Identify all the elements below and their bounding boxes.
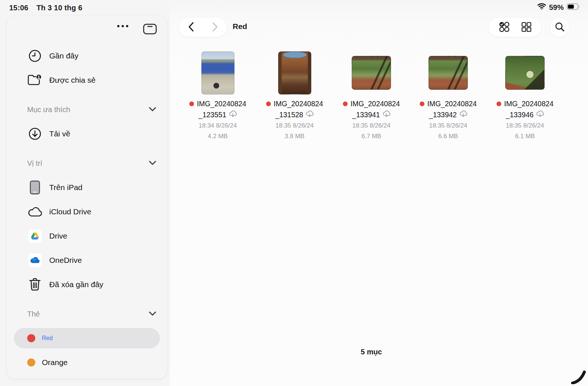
file-size: 6.6 MB <box>438 131 458 142</box>
ellipsis-icon <box>116 24 129 29</box>
ipad-icon <box>27 180 43 195</box>
sidebar-toggle-icon <box>143 24 157 36</box>
battery-percent: 59% <box>549 3 564 12</box>
sidebar-item-label: Orange <box>42 358 68 367</box>
photo-thumbnail <box>429 56 468 90</box>
trash-icon <box>27 277 43 292</box>
orange-tag-dot-icon <box>27 358 35 367</box>
chevron-left-icon <box>188 22 194 33</box>
toggle-sidebar-button[interactable] <box>142 23 158 36</box>
sidebar-item-recents[interactable]: Gần đây <box>7 44 167 68</box>
download-circle-icon <box>27 126 43 142</box>
red-tag-dot-icon <box>189 101 194 106</box>
nav-history-pill <box>179 18 227 37</box>
sidebar-item-downloads[interactable]: Tải về <box>7 122 167 146</box>
file-name-line1: IMG_20240824 <box>197 98 246 109</box>
thumbnail-box <box>352 51 391 95</box>
file-name-line1: IMG_20240824 <box>351 98 400 109</box>
file-date: 18:35 8/26/24 <box>429 120 467 131</box>
toolbar-pill <box>489 18 541 37</box>
sidebar-item-label: Gần đây <box>49 51 78 60</box>
file-date: 18:35 8/26/24 <box>352 120 391 131</box>
photo-thumbnail <box>352 56 391 90</box>
file-name-line1: IMG_20240824 <box>274 98 323 109</box>
sidebar-item-label: Đã xóa gần đây <box>49 280 103 289</box>
sidebar-item-label: Được chia sẻ <box>49 76 96 85</box>
page-title: Red <box>233 22 247 31</box>
shared-folder-icon <box>27 72 43 88</box>
thumbnail-box <box>278 51 311 95</box>
file-name-line2: _133942 <box>429 109 457 120</box>
file-date: 18:34 8/26/24 <box>199 120 237 131</box>
chevron-down-icon <box>149 160 156 167</box>
sidebar-header <box>7 15 167 44</box>
view-options-button[interactable] <box>520 20 533 35</box>
sidebar: Gần đây Được chia sẻ Mục ưa thích Tải về… <box>7 15 167 379</box>
icloud-icon <box>27 204 43 219</box>
more-options-button[interactable] <box>116 23 130 30</box>
photo-thumbnail <box>505 56 545 90</box>
photo-thumbnail <box>201 51 234 94</box>
file-date: 18:35 8/26/24 <box>506 120 544 131</box>
file-name-line2: _133946 <box>506 109 534 120</box>
file-size: 6.1 MB <box>515 131 535 142</box>
file-size: 3.8 MB <box>285 131 305 142</box>
file-name-line1: IMG_20240824 <box>504 98 553 109</box>
file-item[interactable]: IMG_20240824 _131528 18:35 8/26/24 3.8 M… <box>256 51 333 142</box>
photo-thumbnail <box>278 51 311 94</box>
clock-icon <box>27 48 43 64</box>
file-grid: IMG_20240824 _123551 18:34 8/26/24 4.2 M… <box>179 51 563 142</box>
status-date: Th 3 10 thg 6 <box>36 4 82 12</box>
file-item[interactable]: IMG_20240824 _133941 18:35 8/26/24 6.7 M… <box>333 51 410 142</box>
onedrive-icon <box>27 253 43 268</box>
sidebar-item-label: Red <box>42 335 53 342</box>
sidebar-item-tag-red[interactable]: Red <box>14 328 160 349</box>
status-bar: 15:06 Th 3 10 thg 6 59% <box>0 0 588 16</box>
sidebar-item-shared[interactable]: Được chia sẻ <box>7 68 167 92</box>
chevron-right-icon <box>212 22 218 33</box>
sidebar-item-label: Drive <box>49 232 67 240</box>
sidebar-item-google-drive[interactable]: Drive <box>7 224 167 248</box>
red-tag-dot-icon <box>343 101 348 106</box>
icloud-download-icon <box>305 109 314 120</box>
battery-icon <box>567 3 580 12</box>
section-title: Thẻ <box>27 310 40 318</box>
thumbnail-box <box>505 51 545 95</box>
icloud-download-icon <box>229 109 237 120</box>
chevron-down-icon <box>149 106 156 113</box>
file-item[interactable]: IMG_20240824 _133946 18:35 8/26/24 6.1 M… <box>487 51 563 142</box>
section-tags[interactable]: Thẻ <box>7 302 167 326</box>
thumbnail-box <box>429 51 468 95</box>
section-locations[interactable]: Vị trí <box>7 151 167 175</box>
sidebar-item-onedrive[interactable]: OneDrive <box>7 248 167 272</box>
icloud-download-icon <box>536 109 544 120</box>
red-tag-dot-icon <box>27 334 35 342</box>
file-name-line2: _133941 <box>352 109 380 120</box>
sidebar-item-on-ipad[interactable]: Trên iPad <box>7 175 167 200</box>
section-favorites[interactable]: Mục ưa thích <box>7 97 167 122</box>
status-time: 15:06 <box>9 4 28 12</box>
forward-button[interactable] <box>211 21 219 33</box>
search-icon <box>555 22 565 33</box>
file-name-line1: IMG_20240824 <box>427 98 477 109</box>
wifi-icon <box>537 3 546 12</box>
item-count: 5 mục <box>179 348 563 356</box>
sidebar-item-label: iCloud Drive <box>49 207 91 216</box>
sidebar-item-tag-orange[interactable]: Orange <box>7 350 167 375</box>
red-tag-dot-icon <box>496 101 501 106</box>
sidebar-item-icloud-drive[interactable]: iCloud Drive <box>7 200 167 224</box>
file-item[interactable]: IMG_20240824 _123551 18:34 8/26/24 4.2 M… <box>179 51 256 142</box>
select-items-button[interactable] <box>497 20 511 35</box>
file-name-line2: _123551 <box>198 109 226 120</box>
red-tag-dot-icon <box>266 101 271 106</box>
loading-arc <box>560 358 586 386</box>
back-button[interactable] <box>187 21 195 33</box>
icloud-download-icon <box>459 109 467 120</box>
sidebar-item-recently-deleted[interactable]: Đã xóa gần đây <box>7 272 167 297</box>
chevron-down-icon <box>149 311 156 317</box>
file-item[interactable]: IMG_20240824 _133942 18:35 8/26/24 6.6 M… <box>410 51 487 142</box>
file-size: 6.7 MB <box>362 131 381 142</box>
sidebar-item-label: Tải về <box>49 129 70 138</box>
grid-view-icon <box>520 21 532 34</box>
search-button[interactable] <box>550 18 569 37</box>
